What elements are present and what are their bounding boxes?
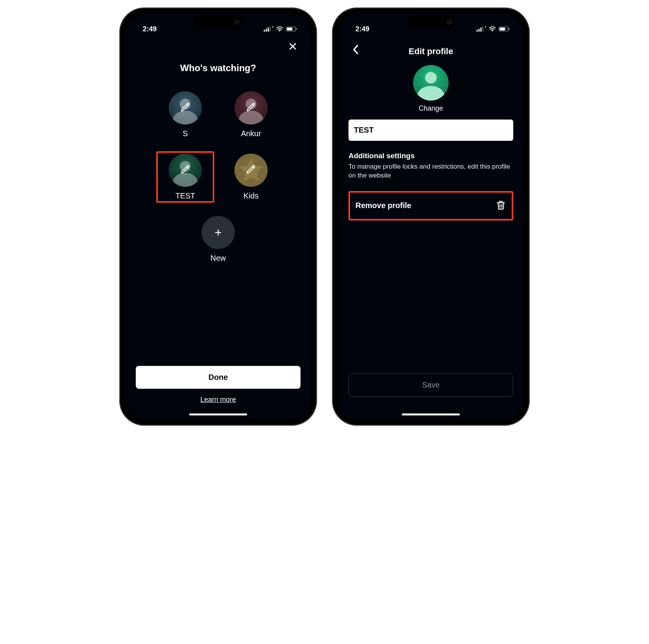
svg-rect-3 bbox=[287, 27, 292, 31]
cellular-icon bbox=[477, 26, 486, 32]
pencil-icon bbox=[246, 164, 256, 176]
wifi-icon bbox=[488, 26, 496, 32]
status-right bbox=[264, 26, 297, 32]
learn-more-link[interactable]: Learn more bbox=[200, 396, 236, 404]
plus-icon: + bbox=[215, 225, 222, 240]
avatar-ankur bbox=[234, 91, 268, 125]
cellular-icon bbox=[264, 26, 273, 32]
additional-settings-desc: To manage profile locks and restrictions… bbox=[348, 162, 513, 180]
pencil-icon bbox=[246, 102, 256, 114]
battery-icon bbox=[499, 26, 510, 32]
additional-settings-title: Additional settings bbox=[348, 152, 513, 160]
save-button[interactable]: Save bbox=[348, 373, 513, 397]
svg-point-4 bbox=[492, 31, 493, 31]
remove-profile-label: Remove profile bbox=[355, 201, 411, 210]
change-avatar-link[interactable]: Change bbox=[418, 104, 443, 113]
pencil-icon bbox=[180, 102, 190, 114]
home-indicator[interactable] bbox=[189, 413, 247, 415]
svg-point-0 bbox=[279, 31, 280, 31]
profile-name-input[interactable] bbox=[348, 120, 513, 141]
phone-frame-1: 2:49 Who's watching? bbox=[120, 8, 317, 425]
done-button[interactable]: Done bbox=[136, 366, 301, 389]
profile-ankur[interactable]: Ankur bbox=[222, 89, 280, 140]
remove-profile-button[interactable]: Remove profile bbox=[348, 191, 513, 220]
phone-frame-2: 2:49 Edit profile bbox=[332, 8, 529, 425]
profile-kids[interactable]: Kids bbox=[222, 151, 280, 203]
svg-rect-6 bbox=[509, 28, 509, 30]
close-icon[interactable] bbox=[287, 41, 298, 52]
avatar-s bbox=[169, 91, 202, 125]
profile-name-label: TEST bbox=[175, 191, 195, 200]
profile-name-label: Kids bbox=[244, 191, 259, 200]
profile-s[interactable]: S bbox=[156, 89, 214, 140]
avatar-kids bbox=[234, 154, 268, 187]
svg-rect-7 bbox=[500, 27, 505, 31]
page-title: Edit profile bbox=[348, 46, 513, 56]
status-time: 2:49 bbox=[355, 25, 369, 33]
screen-edit-profile: 2:49 Edit profile bbox=[338, 14, 523, 419]
avatar-test bbox=[169, 154, 202, 187]
trash-icon bbox=[495, 200, 506, 212]
page-title: Who's watching? bbox=[136, 63, 301, 73]
screen-whos-watching: 2:49 Who's watching? bbox=[126, 14, 311, 419]
profile-avatar[interactable] bbox=[413, 65, 449, 101]
status-time: 2:49 bbox=[143, 25, 157, 33]
new-label: New bbox=[210, 254, 226, 263]
dynamic-island bbox=[193, 15, 243, 29]
pencil-icon bbox=[180, 164, 190, 176]
wifi-icon bbox=[276, 26, 284, 32]
battery-icon bbox=[286, 26, 297, 32]
profile-name-label: Ankur bbox=[241, 129, 261, 138]
svg-rect-2 bbox=[296, 28, 297, 30]
dynamic-island bbox=[406, 15, 456, 29]
avatar-new: + bbox=[202, 216, 235, 249]
add-profile-button[interactable]: + New bbox=[201, 214, 236, 265]
profile-test[interactable]: TEST bbox=[156, 151, 214, 203]
status-right bbox=[477, 26, 510, 32]
profile-name-label: S bbox=[183, 129, 188, 138]
home-indicator[interactable] bbox=[402, 413, 460, 415]
